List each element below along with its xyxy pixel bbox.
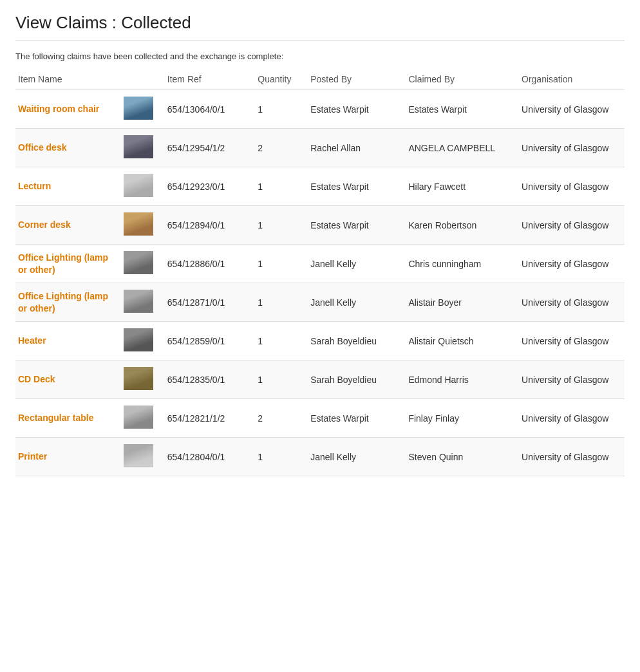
- organisation: University of Glasgow: [519, 322, 625, 360]
- item-quantity: 1: [255, 360, 308, 399]
- organisation: University of Glasgow: [519, 90, 625, 129]
- posted-by: Sarah Boyeldieu: [308, 360, 406, 399]
- item-thumbnail: [124, 367, 153, 390]
- item-name-link[interactable]: Office desk: [18, 142, 116, 153]
- item-thumbnail: [124, 174, 153, 197]
- item-quantity: 1: [255, 283, 308, 322]
- title-divider: [15, 41, 625, 41]
- posted-by: Sarah Boyeldieu: [308, 322, 406, 360]
- item-ref: 654/12821/1/2: [165, 399, 255, 438]
- table-row: Lecturn654/12923/0/11Estates WarpitHilar…: [15, 167, 625, 206]
- organisation: University of Glasgow: [519, 129, 625, 167]
- item-name-link[interactable]: Heater: [18, 335, 116, 346]
- item-ref: 654/12886/0/1: [165, 245, 255, 283]
- organisation: University of Glasgow: [519, 399, 625, 438]
- claimed-by: Alistair Quietsch: [406, 322, 519, 360]
- item-name-link[interactable]: Lecturn: [18, 180, 116, 192]
- item-name-link[interactable]: Waiting room chair: [18, 103, 116, 115]
- claimed-by: Steven Quinn: [406, 438, 519, 476]
- item-ref: 654/12954/1/2: [165, 129, 255, 167]
- claimed-by: Chris cunningham: [406, 245, 519, 283]
- organisation: University of Glasgow: [519, 283, 625, 322]
- posted-by: Janell Kelly: [308, 245, 406, 283]
- header-posted-by: Posted By: [308, 70, 406, 90]
- item-quantity: 1: [255, 206, 308, 245]
- table-row: Printer654/12804/0/11Janell KellySteven …: [15, 438, 625, 476]
- header-quantity: Quantity: [255, 70, 308, 90]
- item-quantity: 1: [255, 322, 308, 360]
- item-quantity: 1: [255, 245, 308, 283]
- posted-by: Janell Kelly: [308, 283, 406, 322]
- page-subtitle: The following claims have been collected…: [15, 51, 625, 61]
- table-row: CD Deck654/12835/0/11Sarah BoyeldieuEdmo…: [15, 360, 625, 399]
- posted-by: Estates Warpit: [308, 90, 406, 129]
- claimed-by: Finlay Finlay: [406, 399, 519, 438]
- table-row: Office Lighting (lamp or other)654/12871…: [15, 283, 625, 322]
- organisation: University of Glasgow: [519, 206, 625, 245]
- item-name-link[interactable]: Corner desk: [18, 219, 116, 230]
- item-ref: 654/12835/0/1: [165, 360, 255, 399]
- item-thumbnail: [124, 328, 153, 351]
- item-thumbnail: [124, 406, 153, 429]
- claimed-by: Hilary Fawcett: [406, 167, 519, 206]
- table-row: Waiting room chair654/13064/0/11Estates …: [15, 90, 625, 129]
- item-ref: 654/12859/0/1: [165, 322, 255, 360]
- organisation: University of Glasgow: [519, 245, 625, 283]
- claimed-by: Alistair Boyer: [406, 283, 519, 322]
- table-row: Corner desk654/12894/0/11Estates WarpitK…: [15, 206, 625, 245]
- item-name-link[interactable]: Office Lighting (lamp or other): [18, 252, 116, 275]
- claimed-by: ANGELA CAMPBELL: [406, 129, 519, 167]
- posted-by: Janell Kelly: [308, 438, 406, 476]
- item-quantity: 2: [255, 399, 308, 438]
- posted-by: Estates Warpit: [308, 167, 406, 206]
- table-header: Item Name Item Ref Quantity Posted By Cl…: [15, 70, 625, 90]
- item-thumbnail: [124, 135, 153, 158]
- claimed-by: Estates Warpit: [406, 90, 519, 129]
- table-row: Heater654/12859/0/11Sarah BoyeldieuAlist…: [15, 322, 625, 360]
- organisation: University of Glasgow: [519, 167, 625, 206]
- header-image: [121, 70, 165, 90]
- item-ref: 654/12923/0/1: [165, 167, 255, 206]
- item-name-link[interactable]: Office Lighting (lamp or other): [18, 290, 116, 313]
- item-quantity: 1: [255, 90, 308, 129]
- claimed-by: Karen Robertson: [406, 206, 519, 245]
- item-thumbnail: [124, 97, 153, 120]
- item-quantity: 2: [255, 129, 308, 167]
- item-ref: 654/12804/0/1: [165, 438, 255, 476]
- table-row: Office Lighting (lamp or other)654/12886…: [15, 245, 625, 283]
- organisation: University of Glasgow: [519, 438, 625, 476]
- header-organisation: Organisation: [519, 70, 625, 90]
- claims-table: Item Name Item Ref Quantity Posted By Cl…: [15, 70, 625, 476]
- posted-by: Estates Warpit: [308, 206, 406, 245]
- item-name-link[interactable]: Rectangular table: [18, 412, 116, 424]
- table-body: Waiting room chair654/13064/0/11Estates …: [15, 90, 625, 476]
- item-thumbnail: [124, 251, 153, 274]
- header-claimed-by: Claimed By: [406, 70, 519, 90]
- item-ref: 654/12871/0/1: [165, 283, 255, 322]
- organisation: University of Glasgow: [519, 360, 625, 399]
- item-thumbnail: [124, 212, 153, 236]
- header-item-ref: Item Ref: [165, 70, 255, 90]
- claimed-by: Edmond Harris: [406, 360, 519, 399]
- item-ref: 654/13064/0/1: [165, 90, 255, 129]
- page-title: View Claims : Collected: [15, 13, 625, 33]
- item-thumbnail: [124, 444, 153, 467]
- item-name-link[interactable]: CD Deck: [18, 373, 116, 385]
- header-item-name: Item Name: [15, 70, 121, 90]
- item-ref: 654/12894/0/1: [165, 206, 255, 245]
- table-row: Office desk654/12954/1/22Rachel AllanANG…: [15, 129, 625, 167]
- item-name-link[interactable]: Printer: [18, 451, 116, 462]
- posted-by: Estates Warpit: [308, 399, 406, 438]
- item-quantity: 1: [255, 438, 308, 476]
- table-row: Rectangular table654/12821/1/22Estates W…: [15, 399, 625, 438]
- item-thumbnail: [124, 290, 153, 313]
- header-row: Item Name Item Ref Quantity Posted By Cl…: [15, 70, 625, 90]
- posted-by: Rachel Allan: [308, 129, 406, 167]
- item-quantity: 1: [255, 167, 308, 206]
